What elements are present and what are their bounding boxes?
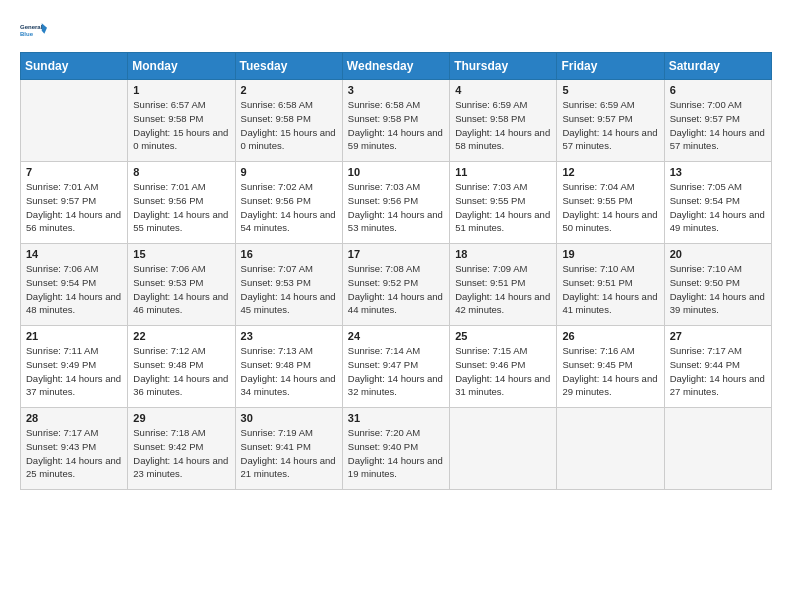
day-number: 16 (241, 248, 337, 260)
day-number: 17 (348, 248, 444, 260)
calendar-cell: 17Sunrise: 7:08 AMSunset: 9:52 PMDayligh… (342, 244, 449, 326)
calendar-cell: 25Sunrise: 7:15 AMSunset: 9:46 PMDayligh… (450, 326, 557, 408)
day-number: 25 (455, 330, 551, 342)
cell-info: Sunrise: 7:05 AMSunset: 9:54 PMDaylight:… (670, 180, 766, 235)
calendar-cell: 28Sunrise: 7:17 AMSunset: 9:43 PMDayligh… (21, 408, 128, 490)
week-row-1: 1Sunrise: 6:57 AMSunset: 9:58 PMDaylight… (21, 80, 772, 162)
day-number: 9 (241, 166, 337, 178)
cell-info: Sunrise: 6:59 AMSunset: 9:58 PMDaylight:… (455, 98, 551, 153)
cell-info: Sunrise: 7:17 AMSunset: 9:43 PMDaylight:… (26, 426, 122, 481)
day-number: 27 (670, 330, 766, 342)
calendar-cell: 14Sunrise: 7:06 AMSunset: 9:54 PMDayligh… (21, 244, 128, 326)
day-number: 4 (455, 84, 551, 96)
calendar-cell: 24Sunrise: 7:14 AMSunset: 9:47 PMDayligh… (342, 326, 449, 408)
calendar-cell: 23Sunrise: 7:13 AMSunset: 9:48 PMDayligh… (235, 326, 342, 408)
day-number: 19 (562, 248, 658, 260)
day-number: 31 (348, 412, 444, 424)
calendar-cell: 10Sunrise: 7:03 AMSunset: 9:56 PMDayligh… (342, 162, 449, 244)
day-number: 23 (241, 330, 337, 342)
day-number: 1 (133, 84, 229, 96)
cell-info: Sunrise: 7:06 AMSunset: 9:54 PMDaylight:… (26, 262, 122, 317)
page-header: GeneralBlue (20, 16, 772, 46)
cell-info: Sunrise: 6:59 AMSunset: 9:57 PMDaylight:… (562, 98, 658, 153)
calendar-cell: 21Sunrise: 7:11 AMSunset: 9:49 PMDayligh… (21, 326, 128, 408)
day-number: 10 (348, 166, 444, 178)
day-number: 29 (133, 412, 229, 424)
cell-info: Sunrise: 7:10 AMSunset: 9:51 PMDaylight:… (562, 262, 658, 317)
calendar-cell: 27Sunrise: 7:17 AMSunset: 9:44 PMDayligh… (664, 326, 771, 408)
calendar-cell: 6Sunrise: 7:00 AMSunset: 9:57 PMDaylight… (664, 80, 771, 162)
col-header-sunday: Sunday (21, 53, 128, 80)
calendar-cell: 30Sunrise: 7:19 AMSunset: 9:41 PMDayligh… (235, 408, 342, 490)
cell-info: Sunrise: 7:02 AMSunset: 9:56 PMDaylight:… (241, 180, 337, 235)
calendar-cell: 18Sunrise: 7:09 AMSunset: 9:51 PMDayligh… (450, 244, 557, 326)
day-number: 6 (670, 84, 766, 96)
cell-info: Sunrise: 7:01 AMSunset: 9:56 PMDaylight:… (133, 180, 229, 235)
calendar-cell: 3Sunrise: 6:58 AMSunset: 9:58 PMDaylight… (342, 80, 449, 162)
calendar-cell: 16Sunrise: 7:07 AMSunset: 9:53 PMDayligh… (235, 244, 342, 326)
day-number: 22 (133, 330, 229, 342)
day-number: 18 (455, 248, 551, 260)
calendar-cell (21, 80, 128, 162)
col-header-friday: Friday (557, 53, 664, 80)
calendar-cell: 22Sunrise: 7:12 AMSunset: 9:48 PMDayligh… (128, 326, 235, 408)
week-row-4: 21Sunrise: 7:11 AMSunset: 9:49 PMDayligh… (21, 326, 772, 408)
cell-info: Sunrise: 7:09 AMSunset: 9:51 PMDaylight:… (455, 262, 551, 317)
cell-info: Sunrise: 7:14 AMSunset: 9:47 PMDaylight:… (348, 344, 444, 399)
cell-info: Sunrise: 6:57 AMSunset: 9:58 PMDaylight:… (133, 98, 229, 153)
cell-info: Sunrise: 7:20 AMSunset: 9:40 PMDaylight:… (348, 426, 444, 481)
cell-info: Sunrise: 7:18 AMSunset: 9:42 PMDaylight:… (133, 426, 229, 481)
cell-info: Sunrise: 7:11 AMSunset: 9:49 PMDaylight:… (26, 344, 122, 399)
calendar-cell: 11Sunrise: 7:03 AMSunset: 9:55 PMDayligh… (450, 162, 557, 244)
cell-info: Sunrise: 7:04 AMSunset: 9:55 PMDaylight:… (562, 180, 658, 235)
calendar-cell: 12Sunrise: 7:04 AMSunset: 9:55 PMDayligh… (557, 162, 664, 244)
calendar-cell: 8Sunrise: 7:01 AMSunset: 9:56 PMDaylight… (128, 162, 235, 244)
cell-info: Sunrise: 7:01 AMSunset: 9:57 PMDaylight:… (26, 180, 122, 235)
week-row-5: 28Sunrise: 7:17 AMSunset: 9:43 PMDayligh… (21, 408, 772, 490)
calendar-cell: 13Sunrise: 7:05 AMSunset: 9:54 PMDayligh… (664, 162, 771, 244)
day-number: 2 (241, 84, 337, 96)
week-row-2: 7Sunrise: 7:01 AMSunset: 9:57 PMDaylight… (21, 162, 772, 244)
svg-text:Blue: Blue (20, 31, 34, 37)
day-number: 7 (26, 166, 122, 178)
col-header-wednesday: Wednesday (342, 53, 449, 80)
calendar-table: SundayMondayTuesdayWednesdayThursdayFrid… (20, 52, 772, 490)
calendar-cell: 1Sunrise: 6:57 AMSunset: 9:58 PMDaylight… (128, 80, 235, 162)
col-header-monday: Monday (128, 53, 235, 80)
header-row: SundayMondayTuesdayWednesdayThursdayFrid… (21, 53, 772, 80)
day-number: 3 (348, 84, 444, 96)
cell-info: Sunrise: 7:10 AMSunset: 9:50 PMDaylight:… (670, 262, 766, 317)
col-header-saturday: Saturday (664, 53, 771, 80)
col-header-thursday: Thursday (450, 53, 557, 80)
calendar-cell: 20Sunrise: 7:10 AMSunset: 9:50 PMDayligh… (664, 244, 771, 326)
day-number: 15 (133, 248, 229, 260)
svg-text:General: General (20, 24, 43, 30)
logo: GeneralBlue (20, 16, 50, 46)
day-number: 8 (133, 166, 229, 178)
calendar-cell (450, 408, 557, 490)
cell-info: Sunrise: 6:58 AMSunset: 9:58 PMDaylight:… (241, 98, 337, 153)
calendar-cell: 5Sunrise: 6:59 AMSunset: 9:57 PMDaylight… (557, 80, 664, 162)
calendar-cell (557, 408, 664, 490)
cell-info: Sunrise: 7:16 AMSunset: 9:45 PMDaylight:… (562, 344, 658, 399)
calendar-cell: 19Sunrise: 7:10 AMSunset: 9:51 PMDayligh… (557, 244, 664, 326)
svg-marker-2 (42, 23, 47, 34)
cell-info: Sunrise: 7:07 AMSunset: 9:53 PMDaylight:… (241, 262, 337, 317)
cell-info: Sunrise: 7:17 AMSunset: 9:44 PMDaylight:… (670, 344, 766, 399)
cell-info: Sunrise: 7:03 AMSunset: 9:55 PMDaylight:… (455, 180, 551, 235)
calendar-cell: 26Sunrise: 7:16 AMSunset: 9:45 PMDayligh… (557, 326, 664, 408)
day-number: 13 (670, 166, 766, 178)
day-number: 28 (26, 412, 122, 424)
cell-info: Sunrise: 7:08 AMSunset: 9:52 PMDaylight:… (348, 262, 444, 317)
cell-info: Sunrise: 7:06 AMSunset: 9:53 PMDaylight:… (133, 262, 229, 317)
cell-info: Sunrise: 7:00 AMSunset: 9:57 PMDaylight:… (670, 98, 766, 153)
day-number: 24 (348, 330, 444, 342)
calendar-cell: 2Sunrise: 6:58 AMSunset: 9:58 PMDaylight… (235, 80, 342, 162)
calendar-cell: 7Sunrise: 7:01 AMSunset: 9:57 PMDaylight… (21, 162, 128, 244)
cell-info: Sunrise: 7:03 AMSunset: 9:56 PMDaylight:… (348, 180, 444, 235)
calendar-cell: 4Sunrise: 6:59 AMSunset: 9:58 PMDaylight… (450, 80, 557, 162)
calendar-cell: 15Sunrise: 7:06 AMSunset: 9:53 PMDayligh… (128, 244, 235, 326)
cell-info: Sunrise: 7:15 AMSunset: 9:46 PMDaylight:… (455, 344, 551, 399)
day-number: 11 (455, 166, 551, 178)
calendar-cell: 31Sunrise: 7:20 AMSunset: 9:40 PMDayligh… (342, 408, 449, 490)
